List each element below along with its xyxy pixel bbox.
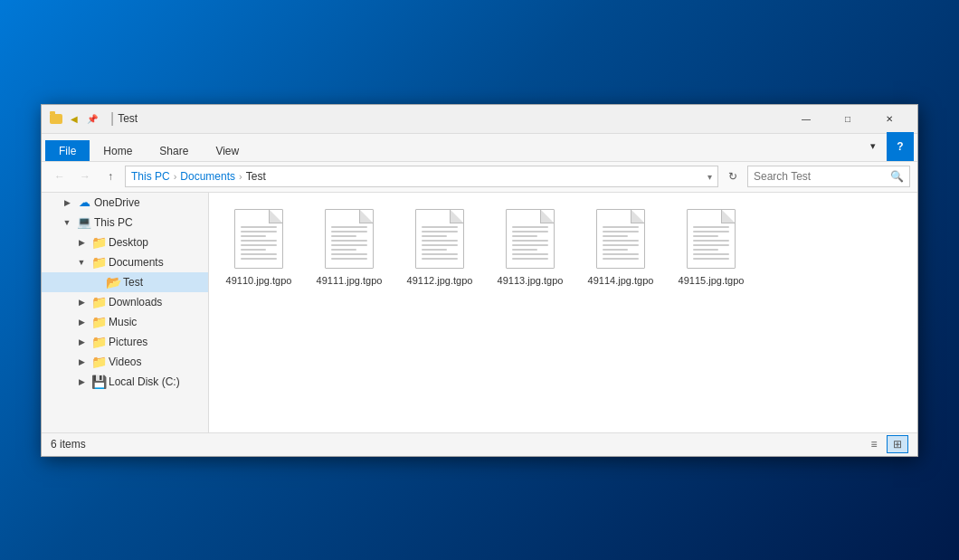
breadcrumb-documents[interactable]: Documents [180, 170, 235, 183]
sidebar-label-desktop: Desktop [109, 236, 148, 249]
sidebar-item-local-disk[interactable]: ▶ 💾 Local Disk (C:) [42, 372, 208, 392]
forward-button[interactable]: → [74, 166, 96, 187]
sidebar-item-onedrive[interactable]: ▶ ☁ OneDrive [42, 193, 208, 213]
minimize-button[interactable]: — [785, 104, 827, 133]
doc-line [241, 226, 277, 228]
doc-line [512, 231, 548, 233]
expander-desktop[interactable]: ▶ [74, 235, 89, 250]
file-icon [413, 207, 467, 271]
sep-1: › [174, 171, 177, 182]
music-folder-icon: 📁 [91, 315, 106, 329]
expander-documents[interactable]: ▼ [74, 255, 89, 270]
sidebar-item-videos[interactable]: ▶ 📁 Videos [42, 352, 208, 372]
breadcrumb-this-pc[interactable]: This PC [131, 170, 170, 183]
sidebar-item-test[interactable]: ▶ 📂 Test [42, 272, 208, 292]
tab-file[interactable]: File [45, 140, 90, 161]
expander-pictures[interactable]: ▶ [74, 335, 89, 349]
sidebar-label-pictures: Pictures [109, 336, 147, 348]
expander-onedrive[interactable]: ▶ [60, 195, 74, 210]
doc-line [241, 258, 277, 260]
sidebar-label-videos: Videos [109, 356, 141, 368]
search-icon[interactable]: 🔍 [890, 170, 904, 183]
sidebar-item-desktop[interactable]: ▶ 📁 Desktop [42, 233, 208, 252]
doc-line [331, 258, 367, 260]
sidebar-item-music[interactable]: ▶ 📁 Music [42, 312, 208, 332]
file-item[interactable]: 49114.jpg.tgpo [580, 202, 661, 292]
list-view-button[interactable]: ≡ [863, 435, 885, 453]
ribbon-expand-icon[interactable]: ▾ [859, 132, 887, 161]
doc-line [422, 231, 458, 233]
onedrive-icon: ☁ [77, 195, 91, 210]
expander-videos[interactable]: ▶ [74, 355, 89, 369]
doc-line [241, 235, 266, 237]
doc-line [512, 249, 537, 251]
doc-line [241, 244, 277, 246]
address-bar: ← → ↑ This PC › Documents › Test ▾ ↻ 🔍 [42, 162, 917, 193]
doc-line [693, 240, 729, 242]
tab-view[interactable]: View [202, 140, 252, 161]
expander-downloads[interactable]: ▶ [74, 295, 89, 309]
document-icon [506, 209, 555, 269]
doc-line [422, 235, 447, 237]
expander-music[interactable]: ▶ [74, 315, 89, 329]
window-title: Test [118, 112, 785, 125]
grid-view-button[interactable]: ⊞ [887, 435, 908, 453]
status-bar: 6 items ≡ ⊞ [42, 432, 917, 456]
doc-line [422, 258, 458, 260]
address-box[interactable]: This PC › Documents › Test ▾ [125, 166, 718, 187]
doc-line [512, 258, 548, 260]
file-item[interactable]: 49111.jpg.tgpo [309, 202, 390, 292]
doc-lines [422, 226, 458, 260]
sidebar-label-downloads: Downloads [109, 296, 162, 308]
back-button[interactable]: ← [49, 166, 71, 187]
sidebar-item-downloads[interactable]: ▶ 📁 Downloads [42, 292, 208, 312]
up-button[interactable]: ↑ [100, 166, 121, 187]
view-buttons: ≡ ⊞ [863, 435, 908, 453]
doc-line [512, 253, 548, 255]
doc-line [693, 231, 729, 233]
doc-line [512, 244, 548, 246]
file-item[interactable]: 49113.jpg.tgpo [489, 202, 571, 292]
window-controls: — □ ✕ [785, 104, 910, 133]
doc-lines [241, 226, 277, 260]
file-label: 49113.jpg.tgpo [498, 274, 564, 287]
search-box[interactable]: 🔍 [747, 166, 910, 187]
doc-lines [693, 226, 729, 260]
file-area: 49110.jpg.tgpo49111.jpg.tgpo49112.jpg.tg… [209, 193, 917, 432]
search-input[interactable] [754, 170, 890, 183]
file-label: 49111.jpg.tgpo [317, 274, 383, 287]
sidebar-label-music: Music [109, 316, 137, 328]
close-button[interactable]: ✕ [869, 104, 910, 133]
tab-home[interactable]: Home [90, 140, 146, 161]
doc-line [693, 235, 718, 237]
doc-line [331, 253, 367, 255]
pc-icon: 💻 [77, 215, 91, 230]
document-icon [596, 209, 645, 269]
address-dropdown-icon[interactable]: ▾ [707, 172, 712, 182]
help-button[interactable]: ? [887, 132, 914, 161]
doc-line [422, 240, 458, 242]
expander-local-disk[interactable]: ▶ [74, 375, 89, 389]
expander-this-pc[interactable]: ▼ [60, 215, 74, 230]
main-content: ▶ ☁ OneDrive ▼ 💻 This PC ▶ 📁 Desktop ▼ 📁… [42, 193, 917, 432]
expander-test: ▶ [89, 275, 103, 289]
doc-line [241, 240, 277, 242]
doc-line [693, 258, 729, 260]
doc-line [422, 226, 458, 228]
videos-folder-icon: 📁 [91, 355, 106, 369]
file-item[interactable]: 49112.jpg.tgpo [399, 202, 480, 292]
doc-line [603, 258, 639, 260]
sidebar-item-this-pc[interactable]: ▼ 💻 This PC [42, 213, 208, 233]
doc-line [422, 253, 458, 255]
maximize-button[interactable]: □ [827, 104, 869, 133]
refresh-button[interactable]: ↻ [722, 166, 744, 187]
file-item[interactable]: 49115.jpg.tgpo [670, 202, 752, 292]
sidebar-item-documents[interactable]: ▼ 📁 Documents [42, 252, 208, 272]
file-item[interactable]: 49110.jpg.tgpo [218, 202, 299, 292]
sidebar-item-pictures[interactable]: ▶ 📁 Pictures [42, 332, 208, 352]
title-bar: ◀ 📌 | Test — □ ✕ [42, 105, 917, 134]
doc-line [241, 231, 277, 233]
tab-share[interactable]: Share [146, 140, 202, 161]
desktop-folder-icon: 📁 [91, 235, 106, 250]
explorer-window: ◀ 📌 | Test — □ ✕ File Home Share View ▾ … [41, 104, 918, 457]
